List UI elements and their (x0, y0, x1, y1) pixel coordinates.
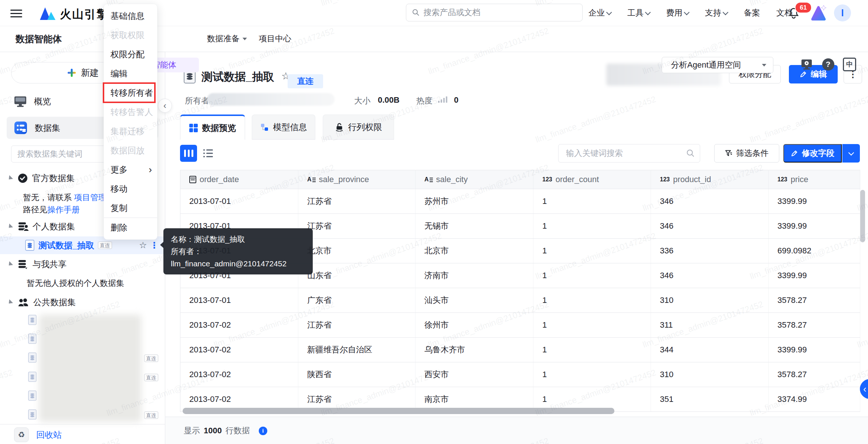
table-cell: 3374.99 (769, 387, 860, 412)
direct-connect-badge: 直连 (98, 242, 112, 249)
model-icon (260, 123, 269, 132)
keyword-search-input[interactable] (565, 148, 686, 158)
table-cell: 351 (651, 387, 769, 412)
ai-assistant-icon[interactable] (810, 4, 828, 22)
sidebar-collapse-button[interactable]: ‹ (158, 99, 172, 113)
table-column-header[interactable]: order_date (180, 170, 298, 189)
list-view-toggle[interactable] (203, 148, 213, 158)
table-row: 2013-07-02陕西省西安市13103578.27 (180, 362, 860, 387)
context-menu-item[interactable]: 更多› (104, 160, 157, 179)
manual-link[interactable]: 操作手册 (47, 205, 80, 214)
context-menu-item[interactable]: 移动 (104, 179, 157, 198)
lock-icon (335, 123, 344, 132)
filter-button[interactable]: 筛选条件 (714, 144, 779, 163)
context-menu-item-label: 移动 (111, 183, 128, 195)
favorite-star-icon[interactable]: ☆ (139, 240, 147, 250)
tooltip-name-line: 名称：测试数据_抽取 (171, 233, 305, 245)
modify-fields-button[interactable]: 修改字段 (783, 144, 842, 163)
table-column-header[interactable]: Asale_province (298, 170, 416, 189)
top-nav-menu[interactable]: 费用 (666, 7, 689, 18)
table-cell: 3578.27 (769, 288, 860, 313)
context-menu-item[interactable]: 删除 (104, 218, 157, 237)
tree-caret-icon[interactable] (7, 261, 13, 267)
info-icon[interactable]: i (259, 427, 267, 435)
product-search-input[interactable] (423, 7, 576, 18)
official-path-note: 路径见操作手册 (23, 204, 80, 215)
card-view-toggle[interactable] (180, 145, 197, 162)
table-cell: 2013-07-02 (180, 362, 298, 387)
size-label: 大小 (354, 95, 370, 106)
column-label: sale_city (436, 175, 468, 184)
product-search-box[interactable] (406, 4, 583, 21)
user-avatar[interactable]: l (834, 4, 851, 21)
top-nav-menu-label: 备案 (744, 7, 760, 18)
context-menu-item: 集群迁移 (104, 122, 157, 141)
help-icon[interactable]: ? (821, 58, 835, 71)
tree-caret-icon[interactable] (7, 299, 13, 305)
table-cell: 310 (651, 362, 769, 387)
context-menu-item-label: 更多 (111, 164, 128, 175)
table-cell: 3399.99 (769, 189, 860, 214)
context-menu-item-label: 转移所有者 (111, 87, 153, 99)
table-cell: 3399.99 (769, 263, 860, 288)
plus-icon (67, 68, 77, 78)
console-icon[interactable] (800, 58, 813, 71)
table-cell: 1 (533, 313, 651, 338)
column-label: sale_province (319, 175, 369, 184)
context-menu-item[interactable]: 基础信息 (104, 6, 157, 25)
table-cell: 346 (651, 214, 769, 239)
table-column-header[interactable]: 123product_id (651, 170, 769, 189)
top-nav-menu[interactable]: 工具 (627, 7, 650, 18)
language-toggle-icon[interactable]: 中 (843, 58, 856, 71)
more-actions-icon[interactable]: ⋮ (150, 240, 159, 250)
table-cell: 3399.99 (769, 214, 860, 239)
workspace-name: 分析Agent通用空间 (671, 59, 741, 71)
context-menu-item[interactable]: 复制 (104, 198, 157, 218)
tab-project-center[interactable]: 项目中心 (259, 26, 291, 52)
pencil-icon (800, 71, 807, 78)
pencil-icon (791, 150, 798, 157)
tab-data-preview[interactable]: 数据预览 (180, 115, 245, 140)
table-column-header[interactable]: 123order_count (533, 170, 651, 189)
sidebar-item-recycle-bin[interactable]: ♻ 回收站 (0, 426, 165, 444)
table-cell: 2013-07-02 (180, 313, 298, 338)
search-icon (686, 149, 694, 157)
footer-suffix: 行数据 (226, 425, 250, 436)
dataset-file-icon (28, 315, 37, 325)
workspace-selector[interactable]: 分析Agent通用空间 (662, 57, 773, 73)
context-menu-item[interactable]: 权限分配 (104, 45, 157, 64)
table-cell: 济南市 (416, 263, 533, 288)
notification-count-badge: 61 (795, 2, 812, 13)
tab-rowcol-permission[interactable]: 行列权限 (323, 115, 394, 140)
table-cell: 汕头市 (416, 288, 533, 313)
tree-caret-icon[interactable] (7, 223, 13, 229)
context-menu-item[interactable]: 编辑 (104, 64, 157, 83)
sidebar-group-public[interactable]: 公共数据集 (0, 293, 165, 312)
horizontal-scrollbar[interactable] (183, 408, 614, 414)
context-menu-item[interactable]: 转移所有者 (104, 83, 157, 102)
chevron-down-icon (848, 150, 854, 156)
text-icon: A (424, 177, 433, 182)
hamburger-menu-icon[interactable] (10, 7, 22, 20)
tree-caret-icon[interactable] (7, 175, 13, 181)
modify-fields-dropdown[interactable] (842, 144, 860, 163)
table-cell: 336 (651, 239, 769, 263)
table-row: 2013-07-01江苏省苏州市13463399.99 (180, 189, 860, 214)
selected-dataset-name: 测试数据_抽取 (38, 240, 94, 251)
keyword-search-box[interactable] (558, 144, 700, 163)
tab-data-prepare[interactable]: 数据准备 (207, 26, 247, 52)
context-menu-item-label: 权限分配 (111, 49, 145, 60)
top-nav-menu[interactable]: 支持 (705, 7, 728, 18)
vertical-scrollbar[interactable] (860, 190, 865, 242)
context-menu-item-label: 基础信息 (111, 10, 145, 22)
shared-empty-note: 暂无他人授权的个人数据集 (27, 278, 124, 289)
tab-model-info[interactable]: 模型信息 (252, 115, 315, 140)
top-nav-menu[interactable]: 备案 (744, 7, 760, 18)
table-column-header[interactable]: 123price (769, 170, 860, 189)
sidebar-group-shared[interactable]: 与我共享 (0, 255, 165, 274)
number-icon: 123 (542, 176, 552, 183)
top-nav-menu[interactable]: 企业 (589, 7, 611, 18)
chevron-down-icon (723, 9, 729, 15)
table-column-header[interactable]: Asale_city (416, 170, 533, 189)
table-cell: 陕西省 (298, 362, 416, 387)
